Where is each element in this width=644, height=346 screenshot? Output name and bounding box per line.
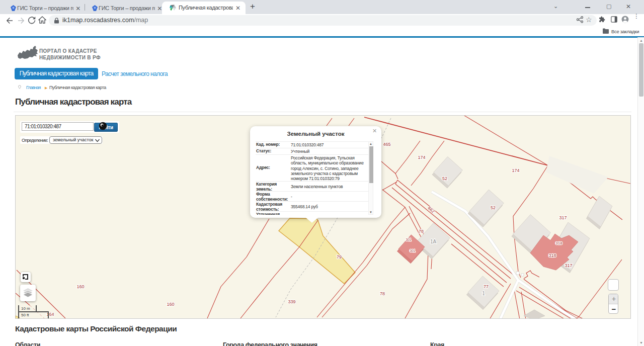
svg-text:174: 174 [418, 155, 425, 160]
svg-text:52: 52 [442, 176, 447, 181]
svg-text:52: 52 [491, 205, 496, 210]
svg-text:174: 174 [512, 168, 519, 173]
svg-text:318: 318 [555, 241, 562, 245]
svg-text:318: 318 [548, 253, 556, 258]
svg-text:1А: 1А [430, 239, 437, 244]
svg-text:78: 78 [380, 291, 385, 296]
svg-text:77: 77 [484, 284, 489, 289]
svg-text:317: 317 [565, 263, 572, 268]
svg-text:79: 79 [337, 254, 342, 260]
svg-text:1: 1 [482, 291, 485, 296]
svg-text:317: 317 [559, 215, 567, 220]
svg-text:160: 160 [76, 284, 84, 289]
svg-text:462: 462 [427, 205, 436, 214]
svg-text:301: 301 [410, 249, 416, 252]
svg-text:465: 465 [383, 142, 390, 147]
svg-text:78: 78 [419, 229, 424, 234]
svg-text:160: 160 [167, 302, 174, 307]
svg-text:301: 301 [406, 238, 412, 241]
svg-text:339: 339 [288, 299, 295, 304]
